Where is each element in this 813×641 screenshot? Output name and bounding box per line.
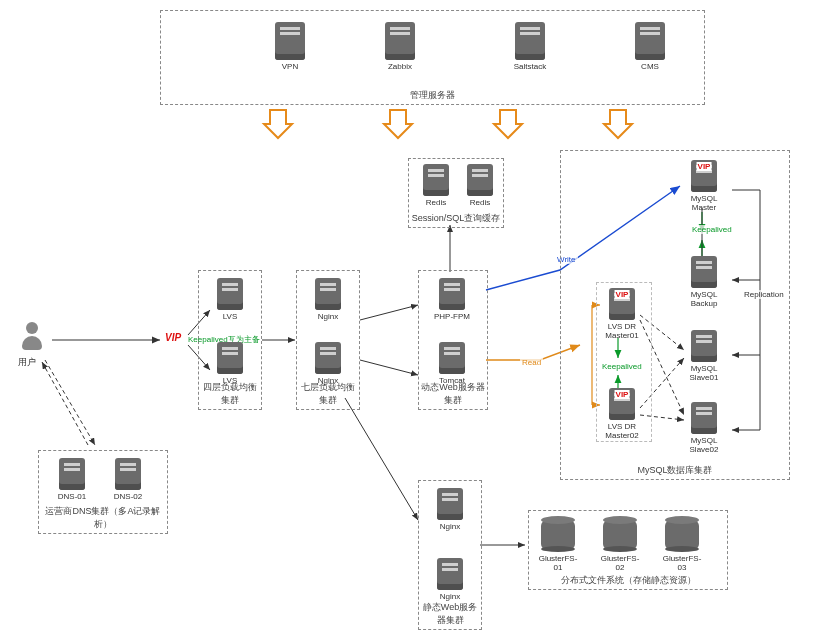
user-label: 用户	[18, 356, 36, 369]
server-icon	[315, 278, 341, 310]
server-icon	[437, 558, 463, 590]
server-icon	[691, 402, 717, 434]
server-icon	[691, 256, 717, 288]
group-label-dns: 运营商DNS集群（多A记录解析）	[39, 505, 167, 531]
server-mysql-slave01: MySQL Slave01	[684, 330, 724, 383]
server-icon	[217, 278, 243, 310]
server-lvs2: LVS	[210, 342, 250, 386]
server-icon	[315, 342, 341, 374]
server-lvsdr1: VIP LVS DR Master01	[602, 288, 642, 341]
server-icon: VIP	[609, 388, 635, 420]
server-icon	[439, 342, 465, 374]
vip-badge-lvsdr1: VIP	[615, 290, 630, 299]
vip-badge-l4: VIP	[165, 332, 181, 343]
group-label-management: 管理服务器	[161, 89, 704, 102]
server-dns01: DNS-01	[52, 458, 92, 502]
vip-badge-lvsdr2: VIP	[615, 390, 630, 399]
server-lvsdr2: VIP LVS DR Master02	[602, 388, 642, 441]
svg-line-6	[360, 305, 418, 320]
server-icon	[217, 342, 243, 374]
server-nginx-l7-2: Nginx	[308, 342, 348, 386]
server-tomcat: Tomcat	[432, 342, 472, 386]
group-mysql: MySQL数据库集群	[560, 150, 790, 480]
group-label-mysql: MySQL数据库集群	[561, 464, 789, 477]
cylinder-icon	[603, 520, 637, 550]
vip-badge-mysql-master: VIP	[697, 162, 712, 171]
server-icon: VIP	[609, 288, 635, 320]
server-icon	[635, 22, 665, 60]
server-icon	[275, 22, 305, 60]
server-icon	[691, 330, 717, 362]
db-glusterfs-01: GlusterFS-01	[536, 520, 580, 572]
svg-line-8	[345, 398, 418, 520]
server-mysql-slave02: MySQL Slave02	[684, 402, 724, 455]
cylinder-icon	[665, 520, 699, 550]
server-icon	[385, 22, 415, 60]
server-icon	[439, 278, 465, 310]
svg-line-2	[42, 362, 88, 445]
db-glusterfs-02: GlusterFS-02	[598, 520, 642, 572]
server-nginx-static-1: Nginx	[430, 488, 470, 532]
server-mysql-backup: MySQL Backup	[684, 256, 724, 309]
cylinder-icon	[541, 520, 575, 550]
server-icon	[515, 22, 545, 60]
edge-label-read: Read	[520, 358, 543, 367]
server-saltstack: Saltstack	[510, 22, 550, 72]
server-lvs1: LVS	[210, 278, 250, 322]
svg-line-1	[45, 360, 95, 445]
db-glusterfs-03: GlusterFS-03	[660, 520, 704, 572]
server-zabbix: Zabbix	[380, 22, 420, 72]
server-icon	[115, 458, 141, 490]
server-redis1: Redis	[416, 164, 456, 208]
svg-line-7	[360, 360, 418, 375]
server-icon: VIP	[691, 160, 717, 192]
server-mysql-master: VIP MySQL Master	[684, 160, 724, 213]
server-icon	[59, 458, 85, 490]
group-label-dfs: 分布式文件系统（存储静态资源）	[529, 574, 727, 587]
server-icon	[423, 164, 449, 196]
server-vpn: VPN	[270, 22, 310, 72]
server-nginx-l7-1: Nginx	[308, 278, 348, 322]
server-cms: CMS	[630, 22, 670, 72]
group-management: 管理服务器	[160, 10, 705, 105]
user-icon	[20, 322, 44, 352]
server-nginx-static-2: Nginx	[430, 558, 470, 602]
group-label-staticweb: 静态Web服务器集群	[419, 601, 481, 627]
architecture-diagram: Write Read Replication Keepalived Keepal…	[0, 0, 813, 641]
server-phpfpm: PHP-FPM	[432, 278, 472, 322]
group-label-cache: Session/SQL查询缓存	[409, 212, 503, 225]
server-dns02: DNS-02	[108, 458, 148, 502]
server-icon	[437, 488, 463, 520]
server-redis2: Redis	[460, 164, 500, 208]
server-icon	[467, 164, 493, 196]
